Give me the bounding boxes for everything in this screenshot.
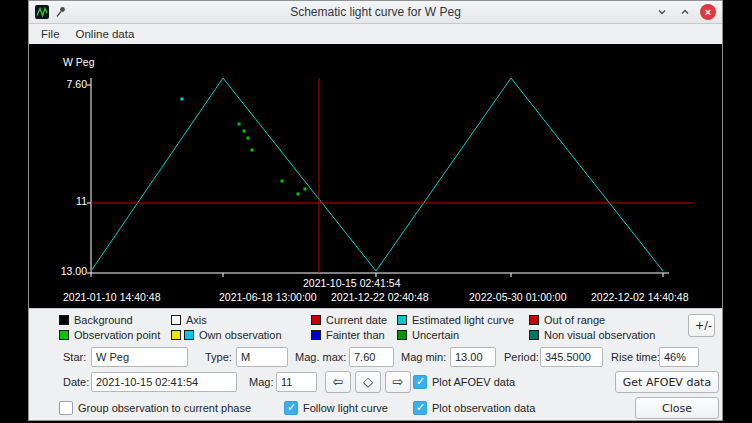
get-afoev-data-button[interactable]: Get AFOEV data bbox=[615, 371, 719, 393]
own-observation-label: Own observation bbox=[199, 329, 282, 341]
close-icon: × bbox=[705, 7, 711, 18]
menu-file[interactable]: File bbox=[33, 26, 68, 42]
mag-min-input[interactable] bbox=[450, 347, 496, 367]
current-date-label: Current date bbox=[326, 314, 387, 326]
observation-point-swatch bbox=[59, 330, 69, 340]
date-label: Date: bbox=[63, 372, 89, 392]
step-back-button[interactable]: ⇦ bbox=[325, 371, 351, 393]
legend-item-fainter-than: Fainter than bbox=[311, 329, 397, 341]
period-label: Period: bbox=[504, 347, 539, 367]
own-observation-point bbox=[181, 98, 184, 101]
observation-point bbox=[281, 180, 284, 183]
close-button[interactable]: × bbox=[700, 4, 716, 20]
legend: BackgroundAxisCurrent dateEstimated ligh… bbox=[29, 308, 722, 343]
out-of-range-label: Out of range bbox=[544, 314, 605, 326]
light-curve-plot[interactable]: W Peg 7.60 11 13.00 2021-10-15 02:41:54 … bbox=[29, 44, 722, 308]
step-forward-button[interactable]: ⇨ bbox=[385, 371, 411, 393]
legend-item-observation-point: Observation point bbox=[59, 329, 171, 341]
observation-point bbox=[238, 123, 241, 126]
uncertain-label: Uncertain bbox=[412, 329, 459, 341]
step-current-button[interactable]: ◇ bbox=[355, 371, 381, 393]
non-visual-observation-swatch bbox=[529, 330, 539, 340]
plot-observation-label: Plot observation data bbox=[432, 398, 535, 418]
observation-point-label: Observation point bbox=[74, 329, 160, 341]
background-swatch bbox=[59, 315, 69, 325]
date-input[interactable] bbox=[91, 372, 237, 392]
pin-icon[interactable] bbox=[55, 6, 67, 18]
x-tick-label-1: 2021-06-18 13:00:00 bbox=[219, 291, 317, 303]
y-tick-min: 13.00 bbox=[49, 265, 87, 277]
rise-time-label: Rise time: bbox=[611, 347, 660, 367]
fainter-than-swatch bbox=[311, 330, 321, 340]
estimated-light-curve-swatch bbox=[397, 315, 407, 325]
plot-star-label: W Peg bbox=[63, 56, 95, 68]
axis-swatch bbox=[171, 315, 181, 325]
legend-item-uncertain: Uncertain bbox=[397, 329, 529, 341]
maximize-button[interactable] bbox=[677, 4, 693, 20]
plot-canvas bbox=[29, 44, 722, 308]
x-tick-label-4: 2022-12-02 14:40:48 bbox=[591, 291, 689, 303]
plus-minus-button[interactable]: +/- bbox=[688, 314, 715, 337]
legend-item-own-observation: Own observation bbox=[171, 329, 311, 341]
y-tick-current: 11 bbox=[49, 195, 87, 207]
observation-point bbox=[304, 188, 307, 191]
legend-item-background: Background bbox=[59, 314, 171, 326]
titlebar[interactable]: Schematic light curve for W Peg × bbox=[29, 1, 722, 24]
plot-afoev-checkbox[interactable] bbox=[413, 375, 427, 389]
legend-item-axis: Axis bbox=[171, 314, 311, 326]
current-date-swatch bbox=[311, 315, 321, 325]
axis-label: Axis bbox=[186, 314, 207, 326]
observation-point bbox=[251, 149, 254, 152]
follow-curve-label: Follow light curve bbox=[303, 398, 388, 418]
y-tick-max: 7.60 bbox=[49, 78, 87, 90]
chevron-down-icon bbox=[656, 6, 668, 18]
close-dialog-button[interactable]: Close bbox=[635, 397, 719, 419]
plot-observation-checkbox[interactable] bbox=[413, 401, 427, 415]
follow-curve-checkbox[interactable] bbox=[284, 401, 298, 415]
fainter-than-label: Fainter than bbox=[326, 329, 385, 341]
x-tick-label-0: 2021-01-10 14:40:48 bbox=[63, 291, 161, 303]
estimated-light-curve-line bbox=[91, 78, 663, 271]
app-window: Schematic light curve for W Peg × File O… bbox=[28, 0, 723, 421]
minimize-button[interactable] bbox=[654, 4, 670, 20]
uncertain-swatch bbox=[397, 330, 407, 340]
menu-online-data[interactable]: Online data bbox=[68, 26, 143, 42]
estimated-light-curve-label: Estimated light curve bbox=[412, 314, 514, 326]
type-input[interactable] bbox=[236, 347, 288, 367]
star-input[interactable] bbox=[91, 347, 188, 367]
legend-item-estimated-light-curve: Estimated light curve bbox=[397, 314, 529, 326]
background-label: Background bbox=[74, 314, 133, 326]
type-label: Type: bbox=[205, 347, 232, 367]
current-date-plot-label: 2021-10-15 02:41:54 bbox=[303, 277, 401, 289]
window-title: Schematic light curve for W Peg bbox=[29, 5, 722, 19]
x-tick-label-2: 2021-12-22 02:40:48 bbox=[331, 291, 429, 303]
observation-point bbox=[247, 137, 250, 140]
mag-min-label: Mag min: bbox=[401, 347, 446, 367]
plot-afoev-label: Plot AFOEV data bbox=[432, 372, 515, 392]
rise-time-input[interactable] bbox=[659, 347, 699, 367]
period-input[interactable] bbox=[540, 347, 603, 367]
mag-label: Mag: bbox=[249, 372, 273, 392]
observation-point bbox=[243, 130, 246, 133]
mag-max-label: Mag. max: bbox=[295, 347, 346, 367]
non-visual-observation-label: Non visual observation bbox=[544, 329, 655, 341]
own-observation-swatch bbox=[171, 330, 181, 340]
mag-max-input[interactable] bbox=[349, 347, 394, 367]
x-tick-label-3: 2022-05-30 01:00:00 bbox=[469, 291, 567, 303]
legend-item-current-date: Current date bbox=[311, 314, 397, 326]
control-panel: Star: Type: Mag. max: Mag min: Period: R… bbox=[29, 343, 722, 420]
observation-point bbox=[297, 193, 300, 196]
app-icon bbox=[35, 5, 49, 19]
group-phase-label: Group observation to current phase bbox=[78, 398, 251, 418]
out-of-range-swatch bbox=[529, 315, 539, 325]
menubar: File Online data bbox=[29, 24, 722, 44]
star-label: Star: bbox=[63, 347, 86, 367]
mag-input[interactable] bbox=[276, 372, 317, 392]
group-phase-checkbox[interactable] bbox=[59, 401, 73, 415]
own-observation-swatch bbox=[184, 330, 194, 340]
chevron-up-icon bbox=[679, 6, 691, 18]
